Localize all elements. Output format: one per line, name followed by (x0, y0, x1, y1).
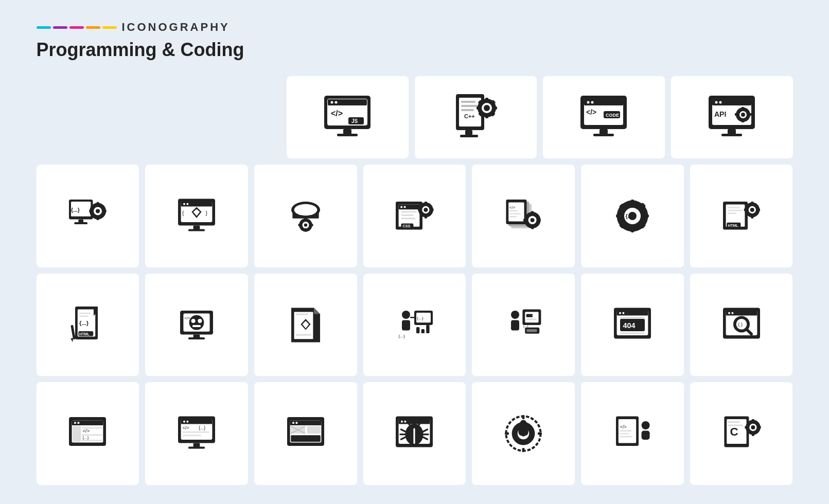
icon-robot-code[interactable]: </> (145, 274, 248, 376)
brand-bar-5 (102, 26, 117, 29)
svg-rect-116 (509, 213, 521, 214)
svg-point-262 (418, 423, 421, 425)
svg-rect-20 (485, 114, 488, 118)
svg-rect-49 (742, 107, 744, 110)
icon-c-gear[interactable]: C C (690, 382, 793, 485)
svg-rect-38 (599, 129, 608, 134)
icon-css[interactable]: CSS (363, 165, 466, 267)
svg-point-185 (511, 311, 519, 319)
icon-gear-code[interactable]: {..} (581, 165, 684, 267)
svg-point-198 (619, 312, 621, 314)
brand-text: ICONOGRAPHY (122, 21, 230, 34)
icon-diamond-monitor[interactable]: { } ... (145, 165, 248, 267)
icon-settings-monitor[interactable]: {...} (37, 165, 139, 267)
svg-text:CSS: CSS (403, 224, 411, 228)
svg-point-208 (731, 312, 733, 314)
svg-rect-140 (727, 210, 742, 211)
svg-rect-39 (593, 134, 614, 136)
svg-rect-108 (418, 208, 421, 211)
svg-rect-117 (509, 216, 517, 217)
svg-rect-147 (751, 202, 753, 205)
brand: ICONOGRAPHY (37, 21, 793, 34)
svg-rect-53 (728, 129, 736, 134)
svg-rect-223 (82, 440, 102, 441)
svg-rect-237 (290, 421, 321, 426)
svg-rect-234 (188, 447, 205, 449)
svg-point-48 (741, 113, 745, 117)
svg-rect-278 (620, 436, 632, 437)
svg-text:}: } (206, 210, 208, 216)
svg-text:</>: </> (620, 425, 627, 430)
svg-rect-277 (620, 433, 629, 434)
top-left-space (37, 76, 280, 158)
svg-point-261 (408, 423, 411, 425)
svg-rect-89 (310, 224, 313, 226)
icon-search-code[interactable]: (.) (690, 274, 793, 376)
icon-html-book[interactable]: HTML {...} (37, 274, 139, 376)
brand-bar-1 (37, 26, 51, 29)
svg-point-239 (295, 422, 297, 424)
icon-developer2[interactable]: {...} </> (472, 274, 575, 376)
svg-rect-183 (421, 329, 425, 333)
icon-dev-settings[interactable] (472, 382, 575, 485)
svg-rect-19 (485, 98, 488, 102)
svg-rect-159 (79, 313, 91, 314)
svg-rect-215 (72, 421, 103, 426)
svg-rect-139 (727, 207, 739, 208)
svg-rect-284 (727, 421, 739, 423)
icon-js[interactable]: </> JS (287, 76, 409, 158)
icon-cloud-settings[interactable] (254, 165, 357, 267)
icon-html-gear[interactable]: HTML (690, 165, 793, 267)
svg-point-249 (404, 421, 407, 423)
svg-point-4 (331, 101, 333, 104)
svg-rect-280 (642, 431, 650, 440)
icon-browser-layout[interactable] (254, 382, 357, 485)
svg-text:CODE: CODE (606, 113, 619, 118)
icon-404[interactable]: 404 (581, 274, 684, 376)
svg-point-238 (292, 422, 294, 424)
icon-api[interactable]: API (671, 76, 793, 158)
svg-point-105 (424, 208, 428, 212)
svg-rect-268 (522, 448, 525, 452)
svg-text:C++: C++ (464, 113, 475, 119)
svg-rect-222 (82, 435, 102, 436)
svg-rect-64 (104, 210, 107, 212)
svg-rect-65 (79, 219, 84, 222)
svg-text:{...}: {...} (417, 315, 424, 320)
top-row: </> JS (37, 76, 793, 158)
svg-text:</>: </> (509, 205, 516, 209)
svg-rect-194 (527, 329, 537, 332)
svg-point-120 (531, 218, 535, 222)
svg-point-96 (401, 206, 403, 208)
svg-text:</>: </> (184, 315, 190, 320)
svg-rect-10 (337, 134, 358, 136)
svg-point-43 (715, 101, 718, 104)
svg-rect-190 (526, 318, 537, 320)
svg-rect-61 (97, 202, 99, 205)
icon-browser-code[interactable]: </> {...} (37, 382, 139, 485)
svg-point-92 (304, 223, 307, 226)
svg-point-97 (404, 206, 406, 208)
svg-rect-101 (401, 214, 414, 216)
brand-bars (37, 26, 117, 29)
svg-point-216 (74, 422, 76, 424)
svg-point-207 (728, 312, 730, 314)
icon-code[interactable]: </> CODE (543, 76, 665, 158)
svg-text:HTML: HTML (728, 223, 738, 228)
svg-rect-123 (523, 219, 526, 221)
svg-point-71 (186, 203, 188, 205)
icon-cpp[interactable]: C++ (415, 76, 537, 158)
icon-diamond-file[interactable] (254, 274, 357, 376)
icon-bug[interactable] (363, 382, 466, 485)
svg-rect-292 (758, 426, 761, 429)
icon-developer1[interactable]: {...} {...} (363, 274, 466, 376)
svg-rect-206 (726, 311, 757, 316)
svg-text:C: C (751, 425, 754, 430)
svg-rect-202 (620, 317, 645, 318)
icon-code-gear[interactable]: </> (472, 165, 575, 267)
svg-rect-242 (291, 435, 321, 442)
icon-dev-code[interactable]: </> (581, 382, 684, 485)
svg-rect-52 (748, 113, 751, 116)
svg-text:{...}: {...} (71, 207, 80, 213)
icon-monitor-code[interactable]: </> {...} (145, 382, 248, 485)
